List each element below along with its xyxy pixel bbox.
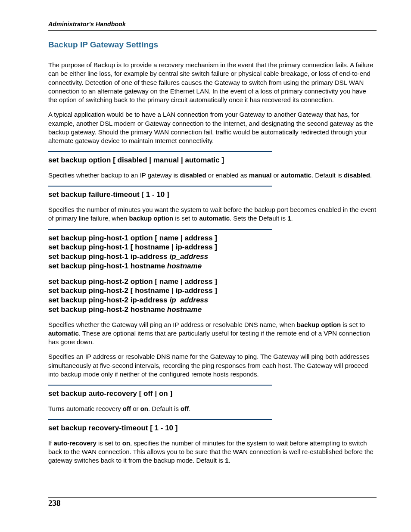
command-auto-recovery-desc: Turns automatic recovery off or on. Defa… bbox=[48, 404, 377, 413]
cmd-line: set backup ping-host-2 [ hostname | ip-a… bbox=[48, 286, 217, 295]
text: Specifies whether the Gateway will ping … bbox=[48, 321, 297, 328]
text: . Sets the Default is bbox=[230, 215, 287, 222]
bold-off-2: off bbox=[181, 405, 189, 412]
running-header: Administrator's Handbook bbox=[48, 21, 377, 28]
bold-backup-option: backup option bbox=[129, 215, 174, 222]
page: Administrator's Handbook Backup IP Gatew… bbox=[0, 0, 411, 532]
cmd-line: set backup ping-host-2 hostname bbox=[48, 305, 167, 314]
cmd-arg-ip-address: ip_address bbox=[170, 252, 209, 261]
section-title: Backup IP Gateway Settings bbox=[48, 40, 377, 50]
bold-off: off bbox=[123, 405, 131, 412]
text: or bbox=[131, 405, 140, 412]
command-failure-timeout-desc: Specifies the number of minutes you want… bbox=[48, 205, 377, 223]
command-rule bbox=[48, 151, 272, 152]
text: . Default is bbox=[311, 171, 344, 179]
cmd-line: set backup ping-host-1 [ hostname | ip-a… bbox=[48, 243, 217, 251]
text: . These are optional items that are part… bbox=[48, 330, 370, 345]
bold-automatic: automatic bbox=[281, 171, 311, 179]
text: or bbox=[271, 171, 281, 179]
text: or enabled as bbox=[206, 171, 249, 179]
page-number: 238 bbox=[48, 498, 61, 508]
cmd-arg-ip-address: ip_address bbox=[170, 296, 209, 304]
footer-rule bbox=[48, 497, 377, 498]
cmd-line: set backup ping-host-2 option [ name | a… bbox=[48, 277, 217, 286]
text: Specifies whether backup to an IP gatewa… bbox=[48, 171, 180, 179]
text: . bbox=[291, 215, 293, 222]
command-rule bbox=[48, 186, 272, 187]
bold-automatic: automatic bbox=[199, 215, 230, 222]
text: If bbox=[48, 439, 54, 447]
text: is set to bbox=[173, 215, 199, 222]
command-rule bbox=[48, 419, 272, 420]
bold-auto-recovery: auto-recovery bbox=[54, 439, 97, 447]
bold-one: 1 bbox=[225, 457, 228, 464]
cmd-line: set backup ping-host-1 ip-address bbox=[48, 252, 170, 261]
bold-automatic: automatic bbox=[48, 330, 79, 337]
text: . bbox=[370, 171, 372, 179]
command-ping-host-1: set backup ping-host-1 option [ name | a… bbox=[48, 233, 377, 271]
command-rule bbox=[48, 385, 272, 386]
command-backup-option-desc: Specifies whether backup to an IP gatewa… bbox=[48, 171, 377, 180]
cmd-line: set backup ping-host-1 option [ name | a… bbox=[48, 234, 217, 242]
intro-paragraph-1: The purpose of Backup is to provide a re… bbox=[48, 61, 377, 104]
command-recovery-timeout: set backup recovery-timeout [ 1 - 10 ] bbox=[48, 423, 377, 433]
bold-one: 1 bbox=[287, 215, 291, 222]
text: . bbox=[229, 457, 230, 464]
cmd-arg-hostname: hostname bbox=[167, 262, 202, 270]
command-failure-timeout: set backup failure-timeout [ 1 - 10 ] bbox=[48, 190, 377, 199]
text: is set to bbox=[97, 439, 122, 447]
bold-on: on bbox=[140, 405, 148, 412]
cmd-arg-hostname: hostname bbox=[167, 305, 202, 314]
intro-paragraph-2: A typical application would be to have a… bbox=[48, 110, 377, 145]
bold-backup-option: backup option bbox=[297, 321, 341, 328]
bold-manual: manual bbox=[249, 171, 272, 179]
text: is set to bbox=[341, 321, 365, 328]
text: Turns automatic recovery bbox=[48, 405, 123, 412]
bold-on: on bbox=[122, 439, 130, 447]
cmd-line: set backup ping-host-1 hostname bbox=[48, 262, 167, 270]
command-backup-option: set backup option [ disabled | manual | … bbox=[48, 156, 377, 165]
bold-disabled-2: disabled bbox=[344, 171, 370, 179]
bold-disabled: disabled bbox=[180, 171, 206, 179]
cmd-line: set backup ping-host-2 ip-address bbox=[48, 296, 170, 304]
command-auto-recovery: set backup auto-recovery [ off | on ] bbox=[48, 389, 377, 398]
command-rule bbox=[48, 229, 272, 230]
header-rule bbox=[48, 30, 377, 31]
ping-host-desc-1: Specifies whether the Gateway will ping … bbox=[48, 320, 377, 347]
text: . bbox=[189, 405, 190, 412]
text: . Default is bbox=[148, 405, 181, 412]
ping-host-desc-2: Specifies an IP address or resolvable DN… bbox=[48, 352, 377, 379]
command-ping-host-2: set backup ping-host-2 option [ name | a… bbox=[48, 277, 377, 314]
command-recovery-timeout-desc: If auto-recovery is set to on, specifies… bbox=[48, 439, 377, 465]
